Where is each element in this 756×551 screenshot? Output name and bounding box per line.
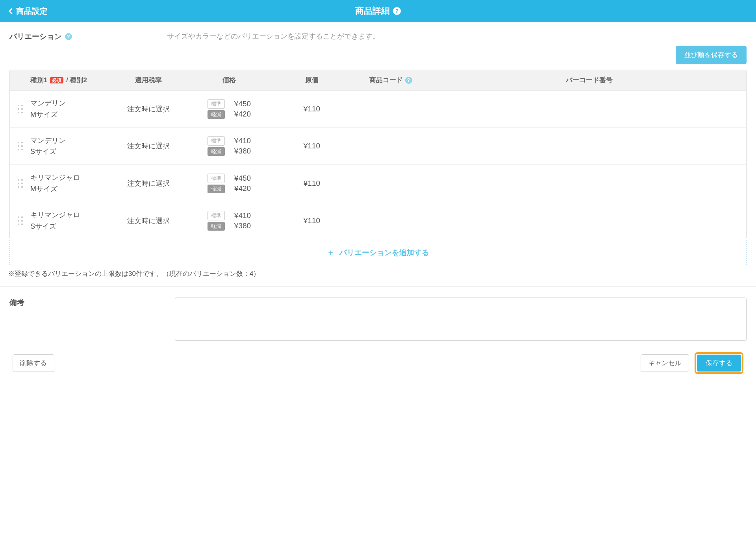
tax-cell: 注文時に選択	[113, 179, 184, 188]
price-cell: 標準 軽減 ¥450 ¥420	[184, 99, 274, 119]
page-title: 商品詳細 ?	[355, 5, 401, 17]
price-standard: ¥450	[234, 100, 251, 108]
price-cell: 標準 軽減 ¥410 ¥380	[184, 136, 274, 156]
tax-cell: 注文時に選択	[113, 104, 184, 114]
help-icon[interactable]: ?	[65, 33, 72, 40]
chevron-left-icon	[9, 8, 15, 14]
memo-label: 備考	[9, 298, 167, 341]
type2-value: Mサイズ	[30, 183, 113, 195]
price-reduced: ¥420	[234, 110, 251, 118]
type-cell: マンデリン Mサイズ	[30, 98, 113, 120]
table-row[interactable]: キリマンジャロ Sサイズ 注文時に選択 標準 軽減 ¥410 ¥380 ¥110	[10, 202, 746, 239]
save-order-button[interactable]: 並び順を保存する	[676, 46, 747, 64]
col-barcode-header: バーコード番号	[432, 76, 746, 85]
standard-badge: 標準	[208, 211, 225, 220]
price-standard: ¥450	[234, 174, 251, 183]
limit-note: ※登録できるバリエーションの上限数は30件です。（現在のバリエーション数：4）	[0, 265, 756, 286]
tax-cell: 注文時に選択	[113, 141, 184, 151]
help-icon[interactable]: ?	[405, 77, 412, 84]
cost-cell: ¥110	[274, 105, 349, 113]
standard-badge: 標準	[208, 136, 225, 146]
back-button[interactable]: 商品設定	[0, 6, 57, 17]
price-standard: ¥410	[234, 137, 251, 145]
back-label: 商品設定	[16, 6, 48, 17]
col-price-header: 価格	[184, 76, 274, 85]
col-tax-header: 適用税率	[113, 76, 184, 85]
type1-value: マンデリン	[30, 135, 113, 146]
plus-icon: ＋	[327, 248, 335, 257]
type1-value: キリマンジャロ	[30, 172, 113, 183]
reduced-badge: 軽減	[208, 222, 225, 231]
required-badge: 必須	[50, 77, 63, 83]
type2-value: Mサイズ	[30, 109, 113, 120]
add-variation-label: バリエーションを追加する	[339, 248, 429, 257]
cost-cell: ¥110	[274, 179, 349, 188]
help-icon[interactable]: ?	[393, 7, 401, 15]
type1-value: マンデリン	[30, 98, 113, 109]
type1-header: 種別1	[30, 76, 47, 84]
col-type-header: 種別1 必須 / 種別2	[30, 76, 113, 85]
drag-handle-icon[interactable]	[10, 179, 30, 188]
price-reduced: ¥380	[234, 147, 251, 155]
price-standard: ¥410	[234, 211, 251, 220]
cost-cell: ¥110	[274, 216, 349, 225]
type1-value: キリマンジャロ	[30, 209, 113, 221]
type2-value: Sサイズ	[30, 146, 113, 157]
type-cell: マンデリン Sサイズ	[30, 135, 113, 158]
table-header: 種別1 必須 / 種別2 適用税率 価格 原価 商品コード ? バーコード番号	[10, 70, 746, 91]
variation-section-label: バリエーション ?	[9, 31, 167, 42]
cancel-button[interactable]: キャンセル	[641, 354, 689, 372]
variation-label-text: バリエーション	[9, 31, 62, 42]
col-cost-header: 原価	[274, 76, 349, 85]
table-row[interactable]: マンデリン Mサイズ 注文時に選択 標準 軽減 ¥450 ¥420 ¥110	[10, 91, 746, 128]
price-cell: 標準 軽減 ¥410 ¥380	[184, 211, 274, 231]
drag-handle-icon[interactable]	[10, 105, 30, 113]
price-reduced: ¥420	[234, 184, 251, 193]
type2-value: Sサイズ	[30, 221, 113, 232]
standard-badge: 標準	[208, 174, 225, 183]
reduced-badge: 軽減	[208, 110, 225, 119]
type-cell: キリマンジャロ Sサイズ	[30, 209, 113, 232]
table-row[interactable]: マンデリン Sサイズ 注文時に選択 標準 軽減 ¥410 ¥380 ¥110	[10, 128, 746, 165]
cost-cell: ¥110	[274, 142, 349, 150]
delete-button[interactable]: 削除する	[13, 354, 54, 372]
standard-badge: 標準	[208, 99, 225, 109]
drag-handle-icon[interactable]	[10, 216, 30, 225]
header-bar: 商品設定 商品詳細 ?	[0, 0, 756, 22]
add-variation-button[interactable]: ＋ バリエーションを追加する	[9, 240, 747, 265]
type2-header: / 種別2	[66, 76, 87, 84]
variation-table: 種別1 必須 / 種別2 適用税率 価格 原価 商品コード ? バーコード番号 …	[9, 70, 747, 239]
tax-cell: 注文時に選択	[113, 216, 184, 226]
drag-handle-icon[interactable]	[10, 142, 30, 150]
code-header-text: 商品コード	[369, 76, 403, 85]
reduced-badge: 軽減	[208, 147, 225, 156]
page-title-text: 商品詳細	[355, 5, 390, 17]
footer-bar: 削除する キャンセル 保存する	[0, 345, 756, 381]
price-cell: 標準 軽減 ¥450 ¥420	[184, 174, 274, 193]
table-row[interactable]: キリマンジャロ Mサイズ 注文時に選択 標準 軽減 ¥450 ¥420 ¥110	[10, 165, 746, 202]
memo-textarea[interactable]	[175, 298, 747, 341]
price-reduced: ¥380	[234, 222, 251, 230]
save-button[interactable]: 保存する	[697, 355, 741, 372]
variation-section-description: サイズやカラーなどのバリエーションを設定することができます。	[167, 31, 380, 41]
save-button-highlight: 保存する	[695, 352, 743, 374]
col-code-header: 商品コード ?	[349, 76, 432, 85]
reduced-badge: 軽減	[208, 185, 225, 193]
type-cell: キリマンジャロ Mサイズ	[30, 172, 113, 195]
